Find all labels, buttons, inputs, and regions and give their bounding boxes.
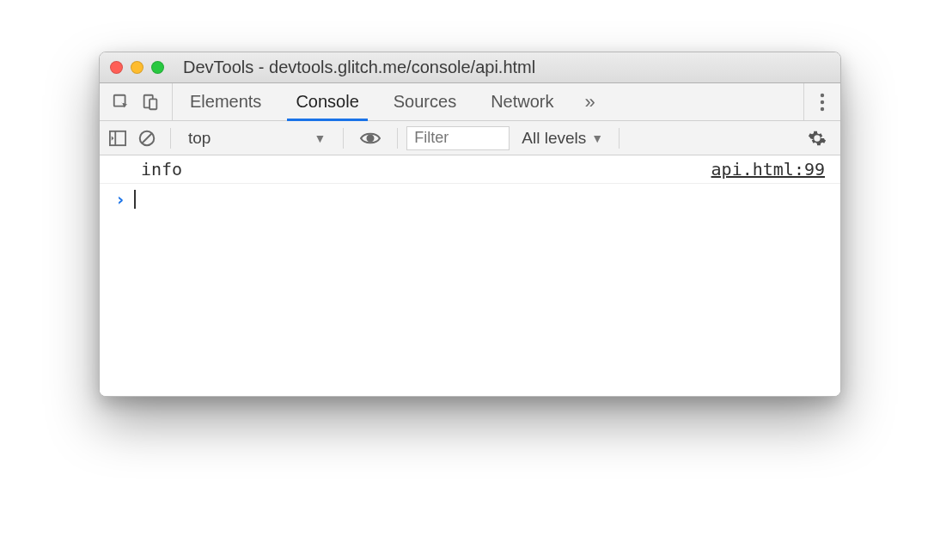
console-prompt[interactable]: › [100,184,840,215]
clear-console-icon[interactable] [132,129,162,148]
tab-console[interactable]: Console [278,83,375,120]
main-tabbar: Elements Console Sources Network » [100,83,840,121]
console-output: info api.html:99 › [100,155,840,396]
window-title: DevTools - devtools.glitch.me/console/ap… [173,58,830,77]
filter-input[interactable] [406,126,510,150]
separator [170,128,171,149]
context-label: top [188,129,211,148]
svg-point-3 [821,93,824,96]
tab-network[interactable]: Network [473,83,571,120]
close-window-button[interactable] [110,61,123,74]
svg-point-5 [821,107,824,110]
svg-point-4 [821,100,824,103]
console-sidebar-toggle-icon[interactable] [108,130,127,147]
minimize-window-button[interactable] [131,61,143,74]
zoom-window-button[interactable] [151,61,164,74]
svg-line-9 [143,133,152,143]
chevron-down-icon: ▼ [314,131,326,145]
devtools-window: DevTools - devtools.glitch.me/console/ap… [99,52,841,397]
separator [619,128,620,149]
svg-point-10 [368,135,374,141]
log-message: info [141,159,182,180]
log-entry: info api.html:99 [100,155,840,184]
console-toolbar: top ▼ All levels ▼ [100,121,840,155]
panel-tabs: Elements Console Sources Network [173,83,571,120]
separator [343,128,344,149]
inspect-controls [100,83,173,120]
device-toggle-icon[interactable] [141,93,160,112]
chevron-down-icon: ▼ [591,131,603,145]
separator [397,128,398,149]
text-cursor [134,190,136,209]
tab-elements[interactable]: Elements [173,83,278,120]
context-selector[interactable]: top ▼ [180,129,334,148]
live-expression-icon[interactable] [352,131,388,146]
more-options-button[interactable] [803,83,840,120]
log-level-label: All levels [522,129,586,148]
console-settings-icon[interactable] [803,129,832,148]
inspect-element-icon[interactable] [112,93,131,112]
titlebar: DevTools - devtools.glitch.me/console/ap… [100,52,840,83]
log-source-link[interactable]: api.html:99 [711,159,825,180]
traffic-lights [110,61,164,74]
log-level-selector[interactable]: All levels ▼ [515,129,610,148]
tab-sources[interactable]: Sources [376,83,473,120]
svg-rect-2 [150,99,156,109]
prompt-chevron-icon: › [115,189,125,210]
tabs-overflow-button[interactable]: » [571,83,609,120]
